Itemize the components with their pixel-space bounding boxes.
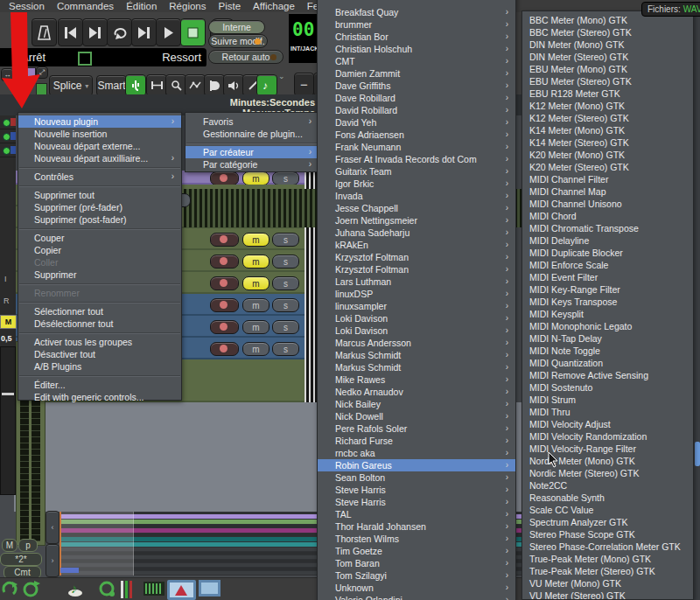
solo-button[interactable]: s [272,320,299,334]
menu-item[interactable]: Loki Davison› [318,312,515,324]
auto-return-button[interactable]: Retour auto [208,50,284,64]
mini-track-header[interactable] [0,115,16,129]
menu-item[interactable]: David Robillard› [318,104,515,116]
menu-item[interactable]: EBU Meter (Mono) GTK [522,63,693,75]
follow-edits-button[interactable]: Suivre modif. [208,34,268,48]
loop-button[interactable] [107,18,132,46]
menu-item[interactable]: Par catégorie› [186,158,318,171]
menu-item[interactable]: True-Peak Meter (Stereo) GTK [522,565,693,577]
gain-fader[interactable] [0,346,16,495]
stop-button[interactable] [180,18,206,46]
menu-item[interactable]: Nouveau plugin› [18,115,181,128]
menu-item[interactable]: BBC Meter (Stereo) GTK [522,26,693,38]
menu-item[interactable]: K14 Meter (Mono) GTK [522,124,693,136]
solo-button[interactable]: s [272,342,299,356]
solo-button[interactable]: s [272,276,299,290]
zoom-tool-tool-button[interactable] [165,74,186,96]
menu-item[interactable]: Invada› [318,190,515,202]
menu-item[interactable]: Steve Harris› [318,484,515,496]
menu-item[interactable]: MIDI Event Filter [522,271,693,283]
menu-item[interactable]: MIDI Velocity Randomization [522,430,693,443]
menu-item[interactable]: MIDI Quantization [522,357,693,369]
mute-button[interactable]: m [242,342,270,356]
solo-button[interactable]: s [272,171,299,185]
menu-item[interactable]: Thorsten Wilms› [318,533,515,545]
record-enable-icon[interactable] [3,119,10,127]
menu-item[interactable]: Tom Szilagyi› [318,569,515,582]
menu-item[interactable]: Supprimer (post-fader) [18,213,181,226]
menu-item[interactable]: Dave Griffiths› [318,80,515,92]
menu-item[interactable]: Fraser At Invada Records dot Com› [318,153,515,165]
menu-item[interactable]: Juhana Sadeharju› [318,227,515,239]
menu-item[interactable]: Mike Rawes› [318,373,515,386]
menu-item[interactable]: Nick Dowell› [318,410,515,422]
record-enable-icon[interactable] [3,133,10,141]
menubar-item-régions[interactable]: Régions [164,1,211,11]
record-arm-button[interactable] [210,233,239,247]
draw-automation-tool-button[interactable] [185,74,206,96]
menu-item[interactable]: K12 Meter (Mono) GTK [522,100,693,112]
menu-item[interactable]: Thor Harald Johansen› [318,520,515,533]
menu-item[interactable]: Couper [18,232,181,244]
menu-item[interactable]: Stereo Phase Scope GTK [522,528,693,541]
nudge-clock-icon[interactable] [1,580,18,600]
menu-item[interactable]: VU Meter (Mono) GTK [522,577,693,590]
mute-button[interactable]: m [242,320,270,334]
menu-item[interactable]: MIDI Monophonic Legato [522,320,693,332]
menu-item[interactable]: Lars Luthman› [318,276,515,288]
loop-range-icon[interactable] [22,580,41,600]
summary-next-button[interactable]: › [46,544,60,577]
mini-track-header[interactable] [0,143,16,157]
edit-mode-dropdown[interactable]: Splice▾ [49,75,93,96]
menu-item[interactable]: A/B Plugins [18,360,181,373]
menu-item[interactable]: Coller [18,256,181,269]
menu-item[interactable]: CMT› [318,55,515,67]
menu-item[interactable]: VU Meter (Stereo) GTK [522,590,693,600]
menu-item[interactable]: MIDI Thru [522,406,693,418]
menu-item[interactable]: MIDI Strum [522,394,693,406]
menu-item[interactable]: K20 Meter (Stereo) GTK [522,161,693,173]
menu-item[interactable]: MIDI Chromatic Transpose [522,222,693,234]
go-end-button[interactable] [82,18,108,46]
grab-tool-button[interactable] [125,74,146,96]
menu-item[interactable]: Supprimer (pré-fader) [18,201,181,213]
menubar-item-affichage[interactable]: Affichage [248,1,300,11]
zoom-out-button[interactable]: − [294,73,314,96]
menu-item[interactable]: kRAkEn› [318,239,515,251]
mute-button[interactable]: m [242,255,270,269]
menu-item[interactable]: Jesse Chappell› [318,202,515,214]
menu-item[interactable]: DIN Meter (Mono) GTK [522,38,693,51]
go-start-button[interactable] [58,18,83,46]
trim-tool-button[interactable] [204,74,225,96]
record-arm-button[interactable] [210,276,239,290]
menubar-item-session[interactable]: Session [4,1,50,11]
menu-item[interactable]: Marcus Andersson› [318,337,515,349]
menu-item[interactable]: DIN Meter (Stereo) GTK [522,51,693,63]
mixer-window-icon[interactable] [199,580,220,600]
menubar-item-édition[interactable]: Édition [121,1,162,11]
summary-prev-button[interactable]: ‹ [46,511,60,544]
menu-item[interactable]: MIDI Keysplit [522,308,693,320]
punch-checkbox[interactable] [78,52,92,66]
menu-item[interactable]: MIDI Sostenuto [522,381,693,394]
menu-item[interactable]: Favoris› [186,115,318,128]
record-arm-button[interactable] [210,342,239,356]
audition-tool-button[interactable] [223,74,244,96]
play-button[interactable] [156,18,181,46]
menu-item[interactable]: Robin Gareus› [318,459,515,471]
menu-item[interactable]: EBU Meter (Stereo) GTK [522,75,693,87]
mute-button[interactable]: m [242,171,270,185]
record-arm-button[interactable] [210,255,239,269]
menu-item[interactable]: linuxsampler› [318,300,515,312]
mute-button[interactable]: m [242,276,270,290]
menu-item[interactable]: Nouveau départ externe... [18,140,181,152]
master-mute-button[interactable]: M [2,539,18,552]
menu-item[interactable]: Krzysztof Foltman› [318,251,515,263]
menu-item[interactable]: Scale CC Value [522,504,693,516]
record-enable-icon[interactable] [3,147,10,155]
menu-item[interactable]: Fons Adriaensen› [318,129,515,141]
menu-item[interactable]: Sélectionner tout [18,305,181,317]
solo-button[interactable]: s [272,298,299,312]
menu-item[interactable]: Loki Davison› [318,324,515,337]
menu-item[interactable]: Éditer... [18,379,181,391]
